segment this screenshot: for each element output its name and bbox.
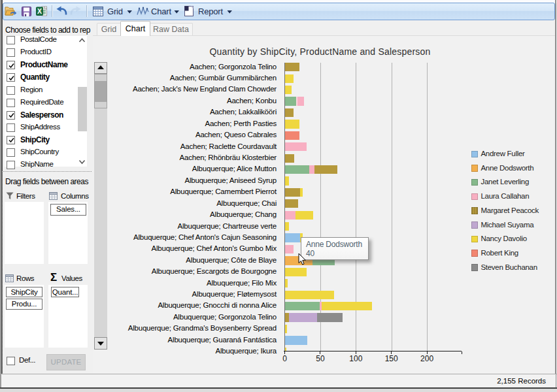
svg-text:X: X [37,7,42,15]
